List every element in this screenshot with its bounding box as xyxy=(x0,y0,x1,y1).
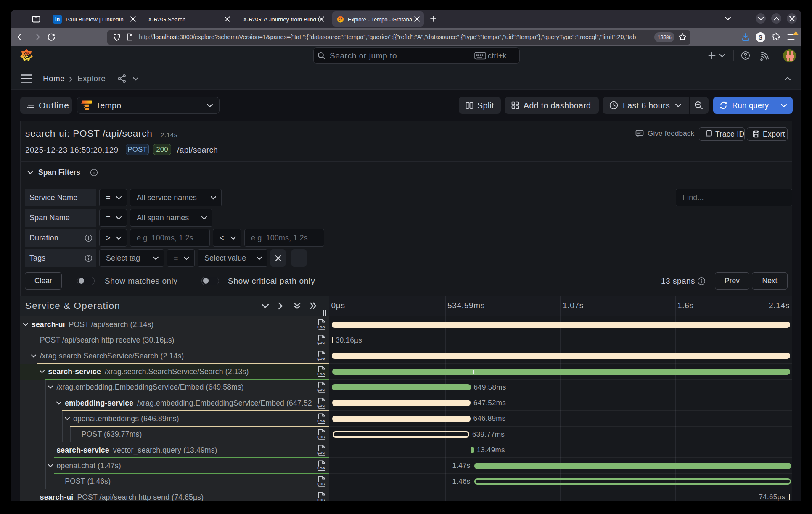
svg-text:LOG: LOG xyxy=(317,451,325,455)
svg-text:LOG: LOG xyxy=(317,341,325,345)
svg-text:LOG: LOG xyxy=(317,357,325,361)
svg-text:LOG: LOG xyxy=(317,325,325,329)
svg-text:LOG: LOG xyxy=(317,467,325,470)
svg-text:LOG: LOG xyxy=(317,498,325,501)
svg-text:LOG: LOG xyxy=(317,435,325,439)
svg-text:LOG: LOG xyxy=(317,372,325,376)
svg-text:LOG: LOG xyxy=(317,404,325,408)
svg-text:LOG: LOG xyxy=(317,482,325,486)
svg-text:LOG: LOG xyxy=(317,388,325,392)
svg-text:LOG: LOG xyxy=(317,419,325,423)
